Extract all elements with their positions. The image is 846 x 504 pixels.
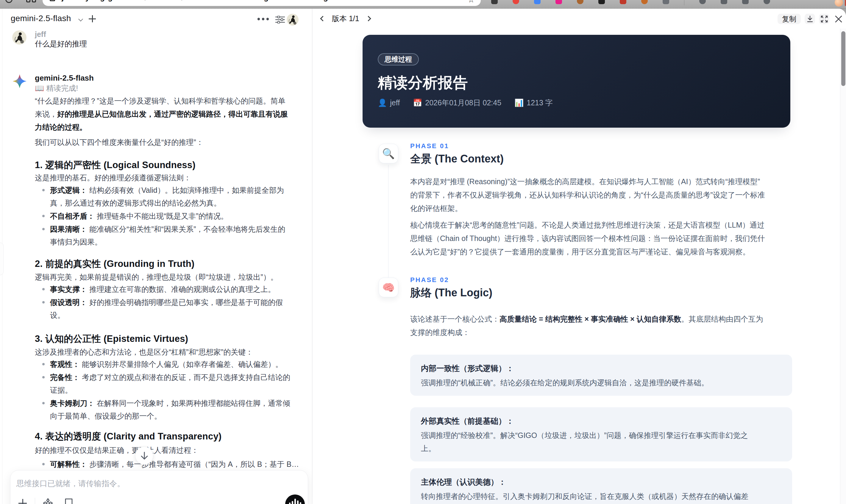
card-body: 强调推理的“经验校准”。解决“GIGO（垃圾进，垃圾出）”问题，确保推理引擎运行… [421,429,781,455]
browser-profile-avatar[interactable] [835,0,843,6]
dimension-card: 内部一致性（形式逻辑）： 强调推理的“机械正确”。结论必须在给定的规则系统内逻辑… [410,355,792,396]
paragraph: 这涉及推理者的心态和方法论，也是区分“杠精”和“思想家”的关键： [35,345,299,359]
composer-toolbar [18,497,85,504]
scrollbar-thumb[interactable] [841,31,845,86]
meta-date: 📅2026年01月08日 02:45 [413,98,501,108]
sparkle-tools-button[interactable] [43,498,53,504]
chevron-right-icon[interactable] [366,16,371,21]
reload-icon[interactable] [5,0,13,3]
toolbar-icon[interactable] [26,0,30,2]
assistant-status: 📖 精读完成! [35,83,78,93]
new-chat-button[interactable] [88,15,96,23]
paragraph: 逻辑再完美，如果前提是错误的，推理也是垃圾（即“垃圾进，垃圾出”）。 [35,270,299,284]
section-heading: 3. 认知的公正性 (Epistemic Virtues) [35,332,299,346]
version-label: 版本 1/1 [332,14,359,23]
artifact-panel: 版本 1/1 复制 [313,8,846,504]
phase-label: PHASE 02 [410,276,793,284]
scrollbar-track[interactable] [840,29,846,504]
extension-icon[interactable] [641,0,648,4]
chevron-down-icon[interactable] [78,17,83,21]
list-item: 可解释性： 步骤清晰，每一步推导都有迹可循（“因为 A，所以 B；基于 B… [50,458,299,471]
chevron-left-icon[interactable] [320,16,325,21]
page-info-icon[interactable] [50,0,55,1]
paragraph: “什么是好的推理？”这是一个涉及逻辑学、认知科学和哲学核心的问题。简单 来说，好… [35,94,299,133]
dimension-card: 主体伦理（认识美德）： 转向推理者的心理特征。引入奥卡姆剃刀和反向论证，旨在克服… [410,468,792,504]
bookmark-button[interactable] [64,498,73,504]
user-message-text: 什么是好的推理 [35,38,87,50]
bullet-list: 形式逻辑： 结构必须有效（Valid）。比如演绎推理中，如果前提全部为 真，那么… [35,184,299,249]
extension-icon[interactable] [620,0,626,4]
composer-placeholder[interactable]: 思维接口已就绪，请传输指令。 [16,479,125,489]
bullet-list: 事实支撑： 推理建立在可靠的数据、准确的观测或公认的真理之上。 假设透明： 好的… [35,283,299,322]
paragraph: 该论述基于一个核心公式：高质量结论 = 结构完整性 × 事实准确性 × 认知自律… [410,312,793,339]
list-item: 完备性： 考虑了对立的观点和潜在的反证，而不是只选择支持自己结论的 证据。 [50,371,299,397]
settings-sliders-icon[interactable] [275,16,285,23]
bullet-list: 客观性： 能够识别并尽量排除个人偏见（如幸存者偏差、确认偏差）。 完备性： 考虑… [35,358,299,423]
download-button[interactable] [805,14,815,24]
dimension-card: 外部真实性（前提基础）： 强调推理的“经验校准”。解决“GIGO（垃圾进，垃圾出… [410,407,792,462]
message-composer[interactable]: 思维接口已就绪，请传输指令。 [10,470,308,504]
extension-icons-row [491,0,770,8]
attach-plus-button[interactable] [18,499,27,504]
address-bar[interactable]: jeffouyang.github.io/artifacts/2026-01-0… [42,0,481,6]
extension-icon[interactable] [534,0,541,4]
list-item: 形式逻辑： 结构必须有效（Valid）。比如演绎推理中，如果前提全部为 真，那么… [50,184,299,210]
toolbar-icon[interactable] [32,0,36,2]
phase-body: 本内容是对“推理 (Reasoning)”这一抽象概念的高层建模。在知识爆炸与人… [410,175,793,258]
meta-word-count: 📊1213 字 [514,98,553,108]
list-item: 假设透明： 好的推理会明确指明哪些是已知事实，哪些是基于可能的假 设。 [50,296,299,322]
browser-toolbar: jeffouyang.github.io/artifacts/2026-01-0… [0,0,846,8]
address-url-text: jeffouyang.github.io/artifacts/2026-01-0… [61,0,328,2]
expand-button[interactable] [819,14,829,24]
more-options-button[interactable] [257,18,269,20]
extension-icon[interactable] [577,0,583,4]
paragraph: 我们可以从以下四个维度来衡量什么是“好的推理”： [35,136,299,149]
extension-icon[interactable] [742,0,749,4]
paragraph: 这是推理的基石。好的推理必须遵循逻辑法则： [35,171,299,184]
sidebar-drawer-handle[interactable] [0,242,4,275]
bullet-list: 可解释性： 步骤清晰，每一步推导都有迹可循（“因为 A，所以 B；基于 B… [35,458,299,471]
section-heading: 4. 表达的透明度 (Clarity and Transparency) [35,430,299,443]
report-title: 精读分析报告 [378,73,468,93]
extension-icon[interactable] [663,0,669,4]
extension-icon[interactable] [699,0,706,4]
phase-label: PHASE 01 [410,142,793,150]
message-author: jeff [35,30,46,39]
bookmark-star-icon[interactable]: ☆ [468,0,475,4]
assistant-name: gemini-2.5-flash [35,73,94,83]
list-item: 奥卡姆剃刀： 在解释同一个现象时，如果两种推理都能站得住脚，通常倾 向于最简单、… [50,397,299,422]
user-avatar[interactable] [287,14,299,25]
close-button[interactable] [833,14,844,24]
brain-icon: 🧠 [378,277,398,297]
extension-icon[interactable] [598,0,605,4]
extension-icon[interactable] [491,0,498,4]
chat-panel: gemini-2.5-flash jeff 什么是好的 [0,8,312,504]
copy-button[interactable]: 复制 [777,14,801,24]
card-body: 转向推理者的心理特征。引入奥卡姆剃刀和反向论证，旨在克服人类（或机器）天然存在的… [421,490,781,504]
section-heading: 1. 逻辑的严密性 (Logical Soundness) [35,158,299,172]
card-title: 外部真实性（前提基础）： [421,414,781,428]
voice-input-button[interactable] [285,494,305,504]
artifact-header: 版本 1/1 复制 [313,8,846,29]
extension-icon[interactable] [556,0,562,4]
model-selector[interactable]: gemini-2.5-flash [11,14,71,23]
gemini-logo-icon [13,74,27,88]
calendar-icon: 📅 [413,98,422,107]
list-item: 客观性： 能够识别并尽量排除个人偏见（如幸存者偏差、确认偏差）。 [50,358,299,371]
paragraph: 核心情境在于解决“思考的随意性”问题。不论是人类通过批判性思维进行决策，还是大语… [410,218,793,258]
extension-icon[interactable] [763,0,770,4]
phase-title: 脉络 (The Logic) [410,286,793,300]
report-hero-card: 思维过程 精读分析报告 👤jeff 📅2026年01月08日 02:45 📊12… [363,35,790,128]
version-navigation: 版本 1/1 [321,8,370,29]
artifact-actions: 复制 [777,14,844,24]
extension-icon[interactable] [721,0,727,4]
artifact-document: 思维过程 精读分析报告 👤jeff 📅2026年01月08日 02:45 📊12… [363,35,790,128]
phase-title: 全景 (The Context) [410,152,793,166]
magnifier-icon: 🔍 [378,144,398,163]
scroll-to-bottom-button[interactable] [135,447,153,465]
phase-timeline [388,165,388,279]
extension-icon[interactable] [513,0,519,4]
card-title: 内部一致性（形式逻辑）： [421,362,781,375]
list-item: 因果清晰： 能准确区分“相关性”和“因果关系”，不会轻率地将先后发生的 事情归为… [50,223,299,248]
toolbar-divider [684,0,684,5]
